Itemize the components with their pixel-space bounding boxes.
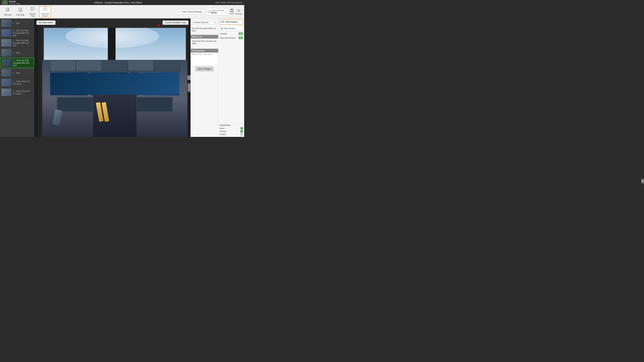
- sidebar-item-num-12: 12.: [13, 30, 15, 32]
- narration-bar[interactable]: Narration: [188, 83, 190, 92]
- copy-from-lesson-label: Copy From Lesson: [40, 13, 50, 17]
- asset-library-button[interactable]: 📁 Asset Library Manager: [176, 10, 204, 14]
- chevron-down-icon: ▼: [214, 21, 216, 23]
- settings-button[interactable]: Settings: [236, 9, 242, 15]
- save-changes-button[interactable]: Save Changes: [196, 66, 214, 71]
- right-side-panel: </> Show Advanc... ⊞ Page Preview Scorab…: [218, 18, 244, 137]
- sidebar-item-num-15: 15.: [13, 60, 16, 62]
- svg-rect-6: [19, 8, 21, 11]
- sidebar-item-18[interactable]: 18. EO3: Check FLT CTL panel: [0, 88, 34, 97]
- page-auto-advance-row: Page Auto Advance ON: [218, 36, 244, 40]
- sidebar-item-num-11: 11.: [13, 22, 15, 24]
- remove-page-icon: [30, 6, 35, 12]
- page-auto-advance-toggle[interactable]: ON: [239, 36, 243, 39]
- demo-button[interactable]: Lesson Preview Demo ▼: [206, 8, 228, 15]
- show-advance-button[interactable]: </> Show Advanc...: [219, 19, 243, 24]
- sidebar-item-11[interactable]: 11. EO1: [0, 18, 34, 28]
- saved-label: Saved: [230, 13, 234, 14]
- remove-page-label: Remove Page: [28, 13, 38, 17]
- sidebar-item-num-18: 18.: [13, 90, 15, 92]
- sidebar-thumb-17: [1, 79, 12, 86]
- enabling-objective-value: Enabling Objective: [193, 21, 209, 23]
- enabling-objective-text: Set Third Occupant RMP and ACP.: [191, 26, 218, 34]
- sidebar-item-13[interactable]: 13. EO2: Set Third Occupant RMP and ACP: [0, 38, 34, 48]
- sidebar-item-label-17: EO3: Check FLT CTL panel: [13, 80, 30, 85]
- saved-indicator: Saved: [230, 9, 234, 14]
- settings-label: Settings: [236, 13, 242, 15]
- svg-point-1: [4, 2, 5, 3]
- copy-page-button[interactable]: Copy Page: [14, 6, 26, 18]
- page-auto-advance-label: Page Auto Advance: [220, 37, 236, 39]
- scorable-toggle[interactable]: ON: [239, 32, 243, 35]
- condition-badge: Current Condition: InAir: [162, 20, 188, 25]
- sidebar-thumb-14: [1, 49, 12, 56]
- sidebar-item-15[interactable]: 15. EO2: Set Third Occupant RMP and ACP: [0, 58, 34, 68]
- properties-panel: Enabling Objective ▼ Set Third Occupant …: [190, 18, 218, 137]
- sidebar-item-14[interactable]: 14. EO2: [0, 48, 34, 58]
- svg-rect-18: [231, 11, 232, 12]
- logo-text: Invent Content Design: [9, 0, 21, 5]
- page-modes-title: Page Modes: [220, 124, 243, 126]
- sidebar-item-16[interactable]: 16. EO2: [0, 68, 34, 78]
- mode-demo-checkbox[interactable]: ✓: [240, 127, 243, 130]
- sidebar-thumb-12: [1, 29, 12, 37]
- fail-response-header: Fail Response: [191, 49, 218, 52]
- sidebar-item-17[interactable]: 17. EO3: Check FLT CTL panel: [0, 78, 34, 88]
- scorable-row: Scorable ON: [218, 32, 244, 36]
- sidebar-item-num-13: 13.: [13, 40, 15, 42]
- add-page-button[interactable]: Add Page: [2, 6, 14, 18]
- sidebar-thumb-15: [2, 59, 12, 66]
- mode-practice-label: Practice: [220, 130, 226, 132]
- sidebar-item-12[interactable]: 12. EO2: Set Third Occupant RMP and ACP: [0, 28, 34, 38]
- demo-value: Demo: [211, 12, 224, 14]
- add-page-icon: [6, 8, 10, 13]
- copy-page-icon: [18, 8, 23, 13]
- chevron-down-icon: ▼: [224, 11, 226, 12]
- sidebar-item-label-16: EO2: [16, 72, 20, 74]
- show-advance-label: Show Advanc...: [226, 21, 239, 23]
- copy-from-lesson-button[interactable]: Copy From Lesson: [39, 6, 51, 18]
- remove-page-button[interactable]: Remove Page: [27, 6, 38, 18]
- sidebar-thumb-13: [1, 39, 12, 47]
- svg-rect-17: [231, 9, 232, 10]
- sidebar: 11. EO1 12. EO2: Set Third Occupant RMP …: [0, 18, 34, 137]
- sidebar-item-label-14: EO2: [16, 52, 20, 54]
- copy-from-lesson-icon: [43, 6, 48, 12]
- app-title: A320neo - Cockpit Preparation Flow - Fir…: [94, 1, 142, 4]
- sidebar-thumb-11: [1, 20, 12, 27]
- what-to-do-header: What to do:: [191, 35, 218, 38]
- sidebar-item-num-17: 17.: [13, 80, 15, 82]
- sidebar-thumb-16: [1, 69, 12, 77]
- hotspot-editor-button[interactable]: Hot Spot Editor: [36, 20, 56, 25]
- what-to-do-content: Select the ACP just above the RMP.: [191, 38, 218, 49]
- page-preview-button[interactable]: ⊞ Page Preview: [219, 26, 243, 31]
- enabling-objective-dropdown[interactable]: Enabling Objective ▼: [192, 20, 217, 24]
- mode-demo-label: Demo: [220, 127, 224, 129]
- mode-practice-row: Practice ✓: [220, 130, 243, 133]
- lms-label: LMS: (4430) CPaT Development: [216, 2, 242, 4]
- sidebar-item-num-14: 14.: [13, 52, 15, 54]
- page-preview-label: Page Preview: [224, 27, 235, 29]
- mode-demo-row: Demo ✓: [220, 127, 243, 130]
- asset-library-icon: 📁: [178, 10, 181, 13]
- mode-perform-row: Perform: [220, 133, 243, 136]
- copy-page-label: Copy Page: [16, 14, 24, 16]
- svg-rect-13: [208, 10, 210, 12]
- canvas-area: Hot Spot Editor Current Condition: InAir…: [34, 18, 190, 137]
- canvas-collapse-arrow[interactable]: ‹: [188, 75, 190, 80]
- add-page-label: Add Page: [4, 14, 12, 16]
- sidebar-item-label-11: EO1: [16, 22, 20, 24]
- sidebar-thumb-18: [1, 88, 12, 96]
- code-icon: </>: [221, 20, 224, 23]
- preview-icon: ⊞: [221, 27, 223, 30]
- mode-perform-checkbox[interactable]: [240, 133, 243, 136]
- mode-perform-label: Perform: [220, 133, 226, 135]
- app-logo: [2, 0, 8, 5]
- demo-icon: [208, 10, 210, 13]
- svg-point-19: [238, 10, 239, 11]
- sidebar-item-label-18: EO3: Check FLT CTL panel: [13, 90, 30, 94]
- sidebar-item-num-16: 16.: [13, 72, 15, 74]
- mode-practice-checkbox[interactable]: ✓: [240, 130, 243, 132]
- scorable-label: Scorable: [220, 33, 227, 35]
- fail-response-input[interactable]: [191, 52, 218, 65]
